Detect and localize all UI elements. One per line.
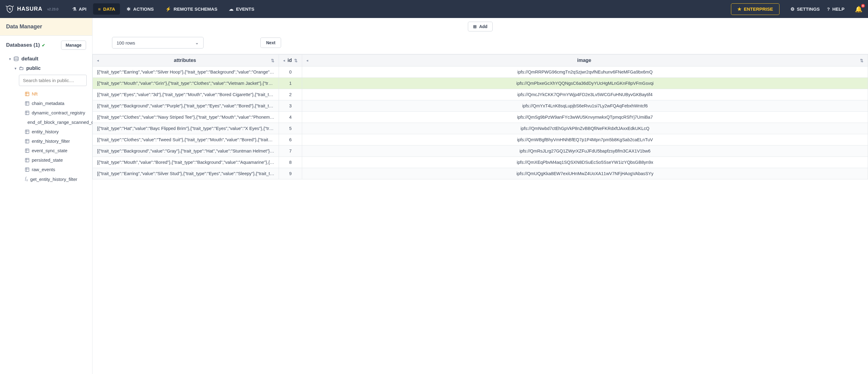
sort-icon[interactable]: ⇅ (860, 58, 863, 63)
svg-rect-25 (25, 168, 29, 172)
cell-id: 1 (279, 78, 302, 89)
svg-rect-1 (25, 92, 29, 96)
nav-help[interactable]: ?HELP (827, 6, 844, 11)
table-row[interactable]: [{"trait_type":"Clothes","value":"Tweed … (93, 134, 868, 146)
svg-rect-4 (25, 101, 29, 105)
next-page-button[interactable]: Next (260, 37, 281, 48)
cell-image: ipfs://QmWBgfBhyVmHNhBfEQ7p1P4Mpn7pm5b8K… (302, 134, 868, 146)
table-item-entity_history[interactable]: entity_history (23, 127, 92, 136)
nav-items: ⚗API ≡DATA ✻ACTIONS ⚡REMOTE SCHEMAS ☁EVE… (67, 3, 259, 15)
table-item-label: entity_history (32, 129, 59, 134)
cell-id: 5 (279, 123, 302, 134)
svg-rect-22 (25, 158, 29, 162)
cell-image: ipfs://QmPbxeGcXhYQQNgsC6a36dDyYUcHgMLnG… (302, 78, 868, 89)
table-item-dynamic_contract_registry[interactable]: dynamic_contract_registry (23, 108, 92, 118)
caret-left-icon: ◂ (97, 59, 99, 63)
database-icon: ≡ (98, 6, 101, 11)
top-nav: HASURA v2.23.0 ⚗API ≡DATA ✻ACTIONS ⚡REMO… (0, 0, 868, 18)
table-row[interactable]: [{"trait_type":"Hat","value":"Bayc Flipp… (93, 123, 868, 134)
cell-attributes: [{"trait_type":"Background","value":"Gra… (93, 146, 279, 157)
svg-rect-16 (25, 139, 29, 143)
cell-id: 8 (279, 157, 302, 168)
table-row[interactable]: [{"trait_type":"Clothes","value":"Navy S… (93, 112, 868, 123)
search-tables-input[interactable] (19, 75, 87, 86)
hasura-logo-icon (5, 5, 14, 13)
cell-attributes: [{"trait_type":"Hat","value":"Bayc Flipp… (93, 123, 279, 134)
plus-square-icon: ⊞ (473, 24, 477, 29)
add-button[interactable]: ⊞ Add (468, 22, 493, 31)
column-header-attributes[interactable]: ◂ attributes ⇅ (93, 55, 279, 66)
table-item-label: event_sync_state (32, 148, 67, 153)
table-row[interactable]: [{"trait_type":"Background","value":"Gra… (93, 146, 868, 157)
bell-badge: 8 (861, 4, 865, 8)
cell-image: ipfs://QmcJYkCKK7QPmYWjp4FD2e3Lv5WCGFuHN… (302, 89, 868, 100)
cell-id: 3 (279, 100, 302, 112)
table-item-persisted_state[interactable]: persisted_state (23, 155, 92, 165)
rows-per-page-select[interactable]: 100 rows ⌄ (112, 37, 204, 49)
nav-remote-schemas[interactable]: ⚡REMOTE SCHEMAS (160, 3, 222, 15)
table-row[interactable]: [{"trait_type":"Eyes","value":"3d"},{"tr… (93, 89, 868, 100)
table-item-label: raw_events (32, 167, 55, 172)
cell-attributes: [{"trait_type":"Earring","value":"Silver… (93, 168, 279, 179)
cell-attributes: [{"trait_type":"Clothes","value":"Navy S… (93, 112, 279, 123)
table-item-chain_metadata[interactable]: chain_metadata (23, 98, 92, 108)
plug-icon: ⚡ (165, 6, 171, 12)
enterprise-button[interactable]: ★ ENTERPRISE (731, 3, 779, 15)
sort-icon[interactable]: ⇅ (271, 58, 274, 63)
version-label: v2.23.0 (47, 7, 58, 11)
table-row[interactable]: [{"trait_type":"Earring","value":"Silver… (93, 168, 868, 179)
cell-id: 6 (279, 134, 302, 146)
function-item-get_entity_history_filter[interactable]: fxget_entity_history_filter (23, 174, 92, 184)
table-item-end_of_block_range_scanned_data[interactable]: end_of_block_range_scanned_data (23, 118, 92, 127)
caret-left-icon: ◂ (306, 59, 308, 63)
nav-events[interactable]: ☁EVENTS (224, 3, 259, 15)
cell-image: ipfs://QmNwbd7ctEhGpVkP8nZvBBQfiNeFKRdxf… (302, 123, 868, 134)
cell-attributes: [{"trait_type":"Eyes","value":"3d"},{"tr… (93, 89, 279, 100)
star-icon: ★ (737, 6, 741, 12)
notifications-bell[interactable]: 🔔 8 (855, 5, 863, 13)
column-header-image[interactable]: ◂ image ⇅ (302, 55, 868, 66)
table-item-entity_history_filter[interactable]: entity_history_filter (23, 136, 92, 146)
table-list: Nftchain_metadatadynamic_contract_regist… (6, 89, 92, 184)
schema-node-public[interactable]: ▾ 🗀 public (6, 64, 92, 73)
cell-id: 0 (279, 66, 302, 78)
logo[interactable]: HASURA (5, 5, 42, 13)
check-icon: ✔ (42, 43, 45, 48)
cell-attributes: [{"trait_type":"Mouth","value":"Bored"},… (93, 157, 279, 168)
table-item-label: entity_history_filter (32, 138, 70, 144)
sort-icon[interactable]: ⇅ (294, 58, 298, 63)
caret-left-icon: ◂ (283, 59, 285, 63)
content-area: ⊞ Add 100 rows ⌄ Next ◂ attributes (92, 18, 868, 374)
cell-attributes: [{"trait_type":"Clothes","value":"Tweed … (93, 134, 279, 146)
cell-id: 9 (279, 168, 302, 179)
cloud-icon: ☁ (229, 6, 234, 12)
help-icon: ? (827, 6, 830, 11)
table-item-label: persisted_state (32, 157, 63, 163)
table-row[interactable]: [{"trait_type":"Background","value":"Pur… (93, 100, 868, 112)
table-item-Nft[interactable]: Nft (23, 89, 92, 98)
cell-image: ipfs://QmRsJLrg27GQ1ZWyrXZFuJFdU5bapfzsy… (302, 146, 868, 157)
manage-button[interactable]: Manage (61, 40, 86, 50)
db-node-default[interactable]: ▾ default (6, 54, 92, 64)
cell-attributes: [{"trait_type":"Earring","value":"Silver… (93, 66, 279, 78)
cell-image: ipfs://QmRRPWG96cmgTn2qSzjwr2qvfNEuhunv6… (302, 66, 868, 78)
nav-settings[interactable]: ⚙SETTINGS (790, 6, 820, 12)
table-item-event_sync_state[interactable]: event_sync_state (23, 146, 92, 155)
cell-id: 7 (279, 146, 302, 157)
table-row[interactable]: [{"trait_type":"Mouth","value":"Grin"},{… (93, 78, 868, 89)
nav-api[interactable]: ⚗API (67, 3, 91, 15)
table-row[interactable]: [{"trait_type":"Mouth","value":"Bored"},… (93, 157, 868, 168)
cell-image: ipfs://QmSg9bPzW9anFYc3wWU5KnvymwkxQTpmq… (302, 112, 868, 123)
function-icon: fx (25, 176, 28, 182)
brand-name: HASURA (17, 6, 42, 12)
cell-image: ipfs://QmUQgKka8EW7exiUHnMwZ4UoXA11wV7NF… (302, 168, 868, 179)
folder-icon: 🗀 (19, 66, 24, 71)
table-item-raw_events[interactable]: raw_events (23, 165, 92, 174)
svg-point-0 (14, 57, 18, 58)
chevron-down-icon: ⌄ (195, 40, 199, 45)
nav-data[interactable]: ≡DATA (93, 3, 120, 14)
table-row[interactable]: [{"trait_type":"Earring","value":"Silver… (93, 66, 868, 78)
nav-actions[interactable]: ✻ACTIONS (122, 3, 159, 15)
column-header-id[interactable]: ◂ id ⇅ (279, 55, 302, 66)
svg-rect-13 (25, 130, 29, 134)
